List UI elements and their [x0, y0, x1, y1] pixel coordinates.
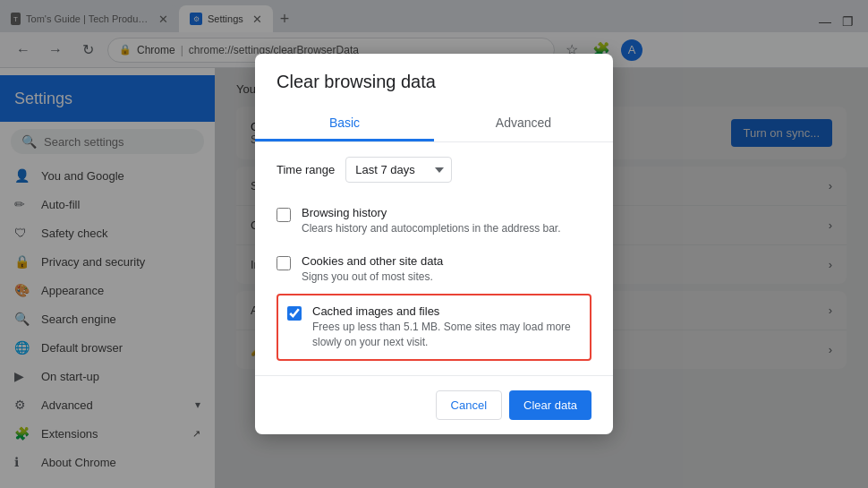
time-range-label: Time range: [277, 163, 335, 176]
cached-highlight-box: Cached images and files Frees up less th…: [277, 294, 591, 361]
browsing-history-row: Browsing history Clears history and auto…: [277, 197, 591, 245]
browsing-history-label: Browsing history Clears history and auto…: [302, 206, 561, 236]
cookies-desc: Signs you out of most sites.: [302, 270, 443, 285]
dialog-overlay: Clear browsing data Basic Advanced Time …: [0, 0, 868, 488]
cached-desc: Frees up less than 5.1 MB. Some sites ma…: [312, 320, 581, 350]
clear-data-dialog: Clear browsing data Basic Advanced Time …: [255, 54, 613, 433]
cookies-label: Cookies and other site data Signs you ou…: [302, 254, 443, 285]
browsing-history-title: Browsing history: [302, 206, 561, 219]
cookies-title: Cookies and other site data: [302, 254, 443, 268]
clear-data-button[interactable]: Clear data: [509, 390, 591, 420]
dialog-title: Clear browsing data: [255, 54, 613, 92]
cookies-checkbox[interactable]: [277, 256, 291, 270]
browsing-history-desc: Clears history and autocompletions in th…: [302, 221, 561, 236]
cached-title: Cached images and files: [312, 304, 581, 318]
cached-checkbox[interactable]: [287, 306, 302, 321]
cookies-row: Cookies and other site data Signs you ou…: [277, 245, 591, 294]
dialog-tab-bar: Basic Advanced: [255, 107, 613, 142]
tab-basic[interactable]: Basic: [255, 107, 434, 141]
time-range-select[interactable]: Last hour Last 24 hours Last 7 days Last…: [345, 157, 452, 183]
cached-row: Cached images and files Frees up less th…: [278, 295, 590, 359]
cached-label: Cached images and files Frees up less th…: [312, 304, 581, 350]
tab-advanced[interactable]: Advanced: [434, 107, 613, 141]
dialog-body: Time range Last hour Last 24 hours Last …: [255, 142, 613, 374]
browsing-history-checkbox[interactable]: [277, 208, 291, 222]
time-range-row: Time range Last hour Last 24 hours Last …: [277, 157, 591, 183]
cancel-button[interactable]: Cancel: [436, 390, 502, 420]
dialog-actions: Cancel Clear data: [255, 375, 613, 434]
